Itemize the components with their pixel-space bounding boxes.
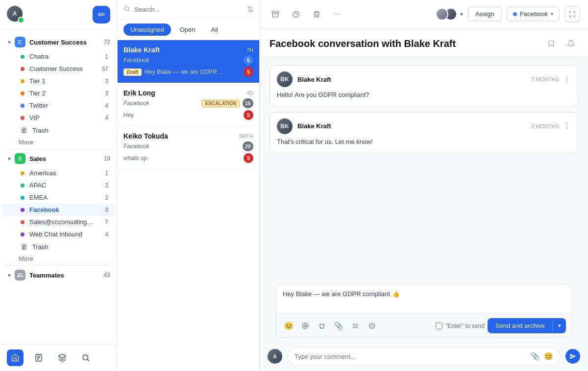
conv-item-erik-long[interactable]: Erik Long 4D Facebook ESCALATION 16 Hey … [118, 83, 259, 126]
section-label-teammates: Teammates [29, 272, 104, 279]
dot-customer-success [21, 67, 24, 71]
clock-icon[interactable] [288, 6, 304, 22]
section-header-teammates[interactable]: ▼ Teammates 43 [0, 267, 117, 283]
conversation-list: ⇅ Unassigned Open All Blake Kraft 7H Fac… [118, 0, 260, 371]
conv-name: Erik Long [123, 89, 155, 97]
conv-tabs: Unassigned Open All [118, 20, 259, 40]
reply-input[interactable]: Hey Blake — we are GDPR compliant 👍 [276, 284, 572, 312]
comment-input[interactable] [294, 353, 531, 360]
more-icon[interactable]: ··· [329, 6, 345, 22]
dot-americas [21, 171, 24, 175]
item-label-facebook: Facebook [29, 206, 105, 213]
template-icon[interactable] [348, 319, 362, 333]
item-label-tier1: Tier 1 [29, 77, 105, 85]
reply-area: Hey Blake — we are GDPR compliant 👍 😊 📎 [260, 278, 588, 344]
svg-point-8 [304, 325, 307, 327]
sidebar-item-americas[interactable]: Americas 1 [2, 167, 115, 179]
send-btn-chevron[interactable]: ▾ [553, 319, 566, 333]
emoji-comment-icon[interactable]: 😊 [544, 352, 553, 361]
section-count-teammates: 43 [104, 272, 110, 278]
bottom-icon-search[interactable] [77, 349, 94, 366]
bottom-icon-contact[interactable] [30, 349, 47, 366]
sidebar-item-trash-cs[interactable]: 🗑 Trash [2, 124, 115, 137]
sidebar-item-chatra[interactable]: Chatra 1 [2, 50, 115, 63]
compose-button[interactable]: ✏ [93, 6, 110, 23]
item-label-sales-email: Sales@ccconsulting.... [29, 218, 105, 226]
conv-time: 7H [246, 47, 253, 53]
sidebar-item-emea[interactable]: EMEA 2 [2, 191, 115, 204]
conv-channel: Facebook [123, 143, 149, 150]
sidebar-item-apac[interactable]: APAC 2 [2, 179, 115, 191]
section-divider-2 [4, 265, 113, 266]
sidebar-item-customer-success[interactable]: Customer Success 57 [2, 63, 115, 75]
count-badge: 20 [243, 141, 253, 151]
bookmark-icon[interactable] [544, 36, 559, 51]
conv-item-top: Blake Kraft 7H [123, 46, 253, 54]
assign-button[interactable]: Assign [468, 7, 502, 21]
item-label-americas: Americas [29, 169, 105, 177]
sidebar-item-trash-sales[interactable]: 🗑 Trash [2, 240, 115, 253]
tab-unassigned[interactable]: Unassigned [123, 23, 171, 36]
send-archive-button[interactable]: Send and archive ▾ [488, 318, 566, 333]
tab-open[interactable]: Open [173, 23, 202, 36]
messages-area: BK Blake Kraft 7 MONTHS ⋮ Hello! Are you… [260, 57, 588, 278]
trash-icon[interactable] [315, 319, 329, 333]
schedule-icon[interactable] [365, 319, 379, 333]
send-btn-label: Send and archive [488, 318, 553, 333]
sidebar-item-web-chat[interactable]: Web Chat Inbound 4 [2, 228, 115, 240]
section-icon-teammates [15, 270, 25, 280]
bell-icon[interactable] [564, 36, 578, 51]
item-count-web-chat: 4 [105, 231, 108, 238]
mention-icon[interactable] [298, 319, 312, 333]
conv-preview: Hey Blake — we are GDPR ... [145, 69, 241, 75]
attachment-comment-icon[interactable]: 📎 [531, 352, 540, 361]
conv-badge-wrap: 6 [244, 55, 253, 65]
section-header-sales[interactable]: ▼ S Sales 19 [0, 150, 117, 167]
send-comment-button[interactable] [565, 349, 580, 364]
item-label-chatra: Chatra [29, 53, 105, 60]
search-input[interactable] [134, 6, 243, 13]
enter-send-checkbox[interactable] [436, 323, 442, 329]
bottom-icon-home[interactable] [7, 349, 24, 366]
attachment-icon[interactable]: 📎 [332, 319, 345, 333]
more-button-sales[interactable]: More [0, 253, 117, 264]
bottom-icon-layers[interactable] [54, 349, 71, 366]
more-button-cs[interactable]: More [0, 137, 117, 148]
message-menu-icon[interactable]: ⋮ [563, 121, 571, 131]
assignee-chevron[interactable]: ▾ [460, 11, 463, 18]
section-header-customer-success[interactable]: ▼ C Customer Success 72 [0, 34, 117, 50]
item-count-emea: 2 [105, 194, 108, 201]
online-badge [18, 17, 24, 23]
sidebar-item-facebook[interactable]: Facebook 3 [2, 204, 115, 216]
conversation-title: Facebook conversation with Blake Kraft [270, 38, 456, 49]
draft-badge: Draft [123, 69, 142, 76]
section-icon-sales: S [15, 153, 25, 164]
assignee-avatar-1 [436, 8, 448, 21]
tab-all[interactable]: All [204, 23, 224, 36]
conv-item-blake-kraft[interactable]: Blake Kraft 7H Facebook 6 Draft Hey Blak… [118, 40, 259, 83]
conv-item-mid: Facebook 20 [123, 141, 253, 151]
sidebar-item-vip[interactable]: VIP 4 [2, 112, 115, 124]
archive-icon[interactable] [268, 6, 283, 22]
expand-button[interactable] [564, 6, 580, 22]
sidebar-item-twitter[interactable]: Twitter 4 [2, 99, 115, 112]
emoji-icon[interactable]: 😊 [282, 319, 295, 333]
trash-icon-cs: 🗑 [21, 126, 27, 134]
facebook-channel-button[interactable]: Facebook ▾ [507, 7, 560, 21]
conv-item-bot: Draft Hey Blake — we are GDPR ... S [123, 67, 253, 77]
sidebar-item-sales-email[interactable]: Sales@ccconsulting.... 7 [2, 216, 115, 228]
section-arrow-teammates: ▼ [7, 273, 12, 278]
sidebar-bottom [0, 344, 117, 371]
item-label-emea: EMEA [29, 194, 105, 201]
message-menu-icon[interactable]: ⋮ [563, 75, 571, 84]
delete-icon[interactable] [309, 6, 324, 22]
conv-item-keiko-tokuda[interactable]: Keiko Tokuda 3MTH Facebook 20 whats up S [118, 126, 259, 169]
trash-icon-sales: 🗑 [21, 243, 27, 251]
dot-chatra [21, 55, 24, 59]
item-label-vip: VIP [29, 114, 105, 121]
sidebar-item-tier1[interactable]: Tier 1 3 [2, 75, 115, 87]
user-avatar[interactable]: A [7, 6, 24, 23]
sort-icon[interactable]: ⇅ [247, 5, 253, 14]
message-top: BK Blake Kraft 7 MONTHS ⋮ [277, 71, 571, 87]
sidebar-item-tier2[interactable]: Tier 2 3 [2, 87, 115, 99]
